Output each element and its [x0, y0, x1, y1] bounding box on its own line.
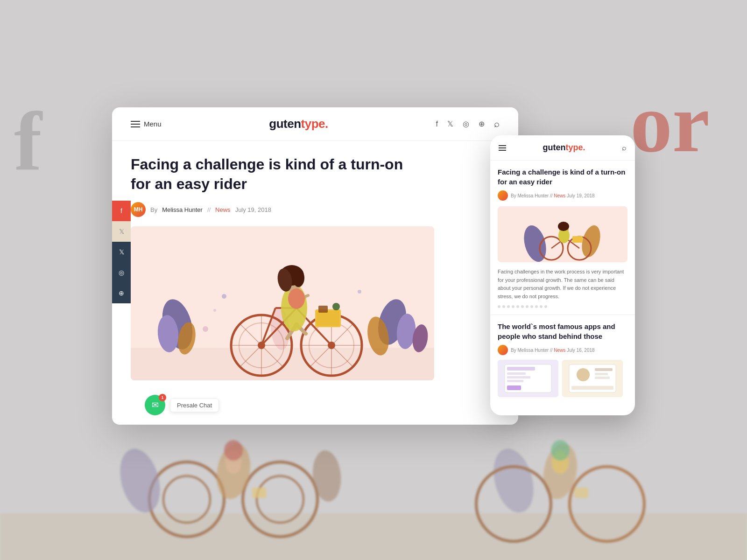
svg-point-5 [113, 444, 167, 517]
chat-icon-button[interactable]: ✉ 1 [145, 395, 165, 415]
mobile-divider [490, 315, 635, 315]
dot-10 [540, 305, 543, 308]
svg-rect-83 [507, 385, 521, 390]
mobile-article2-img-1 [498, 360, 558, 397]
svg-point-7 [310, 449, 343, 503]
svg-point-52 [332, 303, 340, 310]
dot-9 [535, 305, 538, 308]
nav-facebook-icon[interactable]: f [436, 120, 438, 128]
mobile-hamburger-icon[interactable] [499, 145, 506, 151]
twitter-dark-social-btn[interactable]: 𝕏 [112, 242, 131, 262]
menu-label: Menu [144, 120, 162, 128]
svg-rect-50 [317, 311, 339, 326]
desktop-meta-author: Melissa Hunter [162, 206, 203, 213]
bg-text-left: f [14, 93, 42, 190]
mobile-meta-text-1: By Melissa Hunter // News July 19, 2018 [511, 193, 595, 198]
hamburger-icon [131, 121, 140, 127]
social-sidebar: f 𝕏 𝕏 ◎ ⊕ [112, 201, 131, 303]
mobile-author-avatar-2 [498, 345, 508, 355]
mobile-article2-meta: By Melissa Hunter // News July 16, 2018 [498, 345, 627, 355]
desktop-meta-date: July 19, 2018 [235, 206, 271, 213]
mobile-article2-img-2 [562, 360, 623, 397]
mobile-mockup: gutentype. ⌕ Facing a challenge is kind … [490, 135, 635, 415]
nav-dribbble-icon[interactable]: ⊕ [479, 119, 485, 128]
desktop-mockup: f 𝕏 𝕏 ◎ ⊕ Menu gutentype. f 𝕏 ◎ [112, 107, 518, 425]
dot-8 [530, 305, 533, 308]
nav-menu-button[interactable]: Menu [131, 120, 162, 128]
nav-social-icons: f 𝕏 ◎ ⊕ ⌕ [436, 119, 500, 129]
mobile-meta-text-2: By Melissa Hunter // News July 16, 2018 [511, 348, 595, 353]
dot-6 [521, 305, 524, 308]
dot-7 [526, 305, 529, 308]
mobile-search-icon[interactable]: ⌕ [622, 144, 627, 152]
desktop-meta-sep: // [207, 206, 211, 213]
svg-rect-10 [252, 488, 266, 498]
svg-rect-79 [507, 367, 535, 371]
svg-point-62 [222, 294, 226, 299]
svg-rect-89 [595, 377, 610, 379]
facebook-social-btn[interactable]: f [112, 201, 131, 221]
dot-4 [512, 305, 514, 308]
nav-search-icon[interactable]: ⌕ [494, 119, 500, 129]
svg-point-86 [577, 368, 590, 381]
desktop-article-meta: MH By Melissa Hunter // News July 19, 20… [131, 202, 500, 217]
svg-point-65 [203, 326, 208, 332]
twitter-light-social-btn[interactable]: 𝕏 [112, 221, 131, 242]
dot-2 [502, 305, 505, 308]
desktop-meta-by: By [150, 206, 157, 213]
mobile-article2-images [498, 360, 627, 397]
desktop-meta-category[interactable]: News [215, 206, 231, 213]
main-container: f 𝕏 𝕏 ◎ ⊕ Menu gutentype. f 𝕏 ◎ [93, 107, 654, 425]
mobile-logo: gutentype. [543, 143, 585, 153]
dot-1 [498, 305, 500, 308]
chat-widget[interactable]: ✉ 1 Presale Chat [145, 395, 219, 415]
svg-rect-88 [595, 373, 608, 375]
mobile-article2-title: The world`s most famous apps and people … [498, 322, 627, 341]
svg-rect-80 [507, 372, 526, 375]
nav-twitter-icon[interactable]: 𝕏 [447, 119, 453, 128]
mobile-article-1: Facing a challenge is kind of a turn-on … [490, 161, 635, 402]
dribbble-social-btn[interactable]: ⊕ [112, 283, 131, 303]
chat-badge: 1 [159, 394, 166, 401]
instagram-social-btn[interactable]: ◎ [112, 262, 131, 283]
mobile-article1-title: Facing a challenge is kind of a turn-on … [498, 167, 627, 187]
svg-point-61 [288, 288, 305, 309]
nav-instagram-icon[interactable]: ◎ [463, 119, 469, 128]
svg-rect-17 [574, 488, 588, 498]
svg-point-16 [551, 440, 570, 461]
mobile-article1-image [498, 206, 627, 262]
desktop-nav: Menu gutentype. f 𝕏 ◎ ⊕ ⌕ [112, 107, 518, 141]
svg-point-63 [213, 309, 216, 312]
svg-rect-0 [0, 513, 747, 560]
desktop-author-avatar: MH [131, 202, 146, 217]
mobile-article1-meta: By Melissa Hunter // News July 19, 2018 [498, 190, 627, 201]
desktop-article-image [131, 226, 434, 380]
desktop-article-area: Facing a challenge is kind of a turn-on … [112, 141, 518, 380]
dot-3 [507, 305, 510, 308]
desktop-logo: gutentype. [269, 117, 328, 131]
svg-rect-90 [571, 386, 613, 390]
mobile-dots [498, 305, 627, 308]
mobile-author-avatar-1 [498, 190, 508, 201]
desktop-article-title: Facing a challenge is kind of a turn-on … [131, 155, 411, 194]
dot-5 [516, 305, 519, 308]
svg-rect-87 [595, 368, 613, 371]
svg-rect-51 [318, 306, 328, 313]
mobile-article1-excerpt: Facing challenges in the work process is… [498, 268, 627, 301]
svg-point-11 [487, 444, 540, 517]
svg-rect-81 [507, 376, 530, 378]
svg-point-9 [224, 440, 243, 461]
svg-rect-75 [572, 236, 583, 243]
svg-rect-82 [507, 380, 523, 382]
svg-point-64 [358, 290, 361, 294]
svg-point-76 [558, 222, 569, 231]
chat-label[interactable]: Presale Chat [170, 399, 219, 412]
dot-11 [544, 305, 547, 308]
mobile-nav: gutentype. ⌕ [490, 135, 635, 161]
